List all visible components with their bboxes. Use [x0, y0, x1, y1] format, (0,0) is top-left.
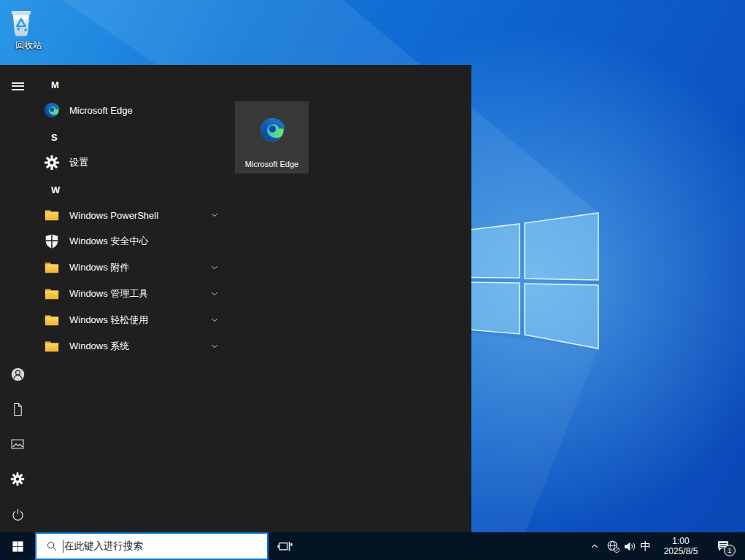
document-icon	[11, 402, 25, 416]
start-menu-section-w[interactable]: W	[51, 184, 60, 197]
chevron-down-icon[interactable]	[210, 211, 219, 219]
ime-indicator-label: 中	[641, 540, 652, 553]
shield-icon	[44, 233, 60, 249]
folder-icon	[44, 286, 60, 302]
pictures-icon	[10, 437, 25, 451]
volume-button[interactable]	[621, 532, 638, 560]
clock-date: 2025/8/5	[664, 546, 698, 556]
network-offline-globe-icon	[606, 540, 620, 553]
start-menu-item-settings[interactable]: 设置	[35, 149, 226, 176]
chevron-up-icon	[590, 541, 600, 551]
edge-icon	[44, 102, 60, 118]
tile-label: Microsoft Edge	[235, 160, 309, 168]
start-menu-item-windows-accessories[interactable]: Windows 附件	[35, 254, 226, 281]
settings-button[interactable]	[0, 463, 35, 495]
taskbar: 在此键入进行搜索 中 1:00 2025/8/5 1	[0, 532, 745, 560]
start-menu-item-windows-ease-of-access[interactable]: Windows 轻松使用	[35, 307, 226, 333]
power-icon	[11, 508, 25, 521]
clock-time: 1:00	[672, 536, 689, 546]
power-button[interactable]	[0, 498, 35, 530]
hamburger-icon	[12, 80, 24, 92]
start-menu: M Microsoft Edge S 设置 W Windows PowerShe…	[0, 65, 471, 532]
desktop: 回收站 M Microsoft Edge S	[0, 0, 745, 560]
start-menu-item-windows-system[interactable]: Windows 系统	[35, 333, 226, 359]
text-cursor	[63, 540, 63, 553]
show-hidden-icons-button[interactable]	[586, 532, 603, 560]
recycle-bin-icon	[6, 4, 36, 38]
recycle-bin-desktop-icon[interactable]: 回收站	[6, 4, 51, 52]
start-menu-item-windows-security[interactable]: Windows 安全中心	[35, 228, 226, 254]
windows-logo-icon	[12, 540, 24, 553]
folder-icon	[44, 338, 60, 354]
start-button[interactable]	[0, 532, 35, 560]
pictures-button[interactable]	[0, 428, 35, 460]
folder-icon	[44, 260, 60, 276]
start-menu-item-windows-admin-tools[interactable]: Windows 管理工具	[35, 281, 226, 307]
documents-button[interactable]	[0, 393, 35, 425]
start-menu-item-windows-powershell[interactable]: Windows PowerShell	[35, 202, 226, 228]
gear-icon	[10, 472, 25, 486]
user-icon	[10, 367, 26, 382]
notification-badge: 1	[724, 545, 736, 556]
folder-icon	[44, 312, 60, 328]
start-menu-section-s[interactable]: S	[51, 131, 58, 144]
chevron-down-icon[interactable]	[210, 316, 219, 324]
edge-icon	[259, 117, 285, 143]
folder-icon	[44, 207, 60, 223]
network-status-button[interactable]	[604, 532, 622, 560]
volume-icon	[623, 540, 637, 553]
chevron-down-icon[interactable]	[210, 263, 219, 272]
start-menu-section-m[interactable]: M	[51, 79, 59, 92]
ime-indicator-button[interactable]: 中	[638, 532, 654, 560]
tile-microsoft-edge[interactable]: Microsoft Edge	[235, 101, 309, 174]
chevron-down-icon[interactable]	[210, 289, 219, 298]
task-view-button[interactable]	[269, 532, 301, 560]
hamburger-menu-button[interactable]	[0, 70, 35, 102]
search-placeholder: 在此键入进行搜索	[64, 540, 143, 553]
task-view-icon	[277, 539, 293, 554]
user-account-button[interactable]	[0, 358, 35, 390]
search-input[interactable]: 在此键入进行搜索	[35, 532, 269, 560]
start-menu-item-microsoft-edge[interactable]: Microsoft Edge	[35, 97, 226, 123]
clock-button[interactable]: 1:00 2025/8/5	[657, 532, 704, 560]
search-icon	[46, 540, 58, 552]
action-center-button[interactable]: 1	[705, 532, 741, 560]
recycle-bin-label: 回收站	[6, 39, 51, 52]
chevron-down-icon[interactable]	[210, 342, 219, 351]
gear-icon	[44, 155, 60, 171]
